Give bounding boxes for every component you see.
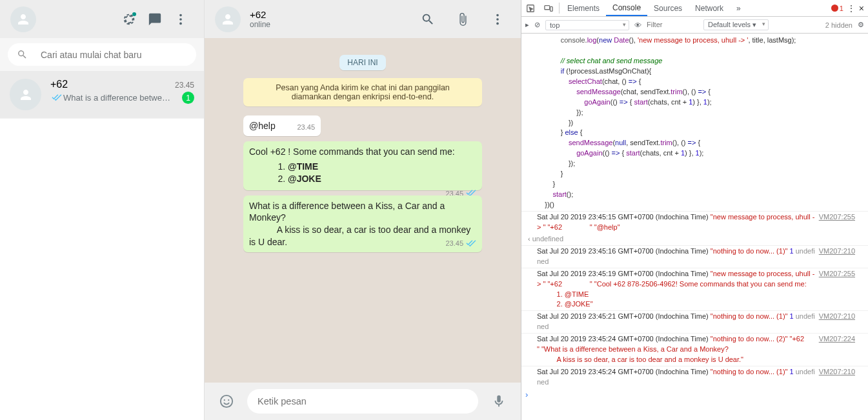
tab-console[interactable]: Console [606, 0, 647, 16]
tab-elements[interactable]: Elements [561, 0, 606, 16]
devtools-tabs: Elements Console Sources Network » 1 ⋮ × [521, 0, 868, 17]
svg-point-3 [496, 14, 499, 16]
self-avatar[interactable] [10, 6, 36, 32]
attach-icon[interactable] [450, 6, 476, 32]
message-text: What is a difference between a Kiss, a C… [249, 201, 473, 248]
contact-avatar [10, 79, 41, 110]
live-expression-icon[interactable]: 👁 [634, 21, 641, 29]
devtools-close-icon[interactable]: × [859, 3, 864, 14]
console-sidebar-icon[interactable]: ▸ [525, 21, 529, 29]
message-outgoing[interactable]: What is a difference between a Kiss, a C… [243, 195, 482, 253]
unread-badge: 1 [182, 92, 194, 104]
hidden-count: 2 hidden [825, 21, 853, 29]
svg-point-6 [221, 395, 232, 407]
chat-menu-icon[interactable] [485, 6, 510, 32]
command-time: @TIME [288, 161, 318, 172]
chat-header: +62 online [205, 0, 521, 38]
tab-more[interactable]: » [730, 0, 747, 16]
chat-list-item[interactable]: +62 23.45 What is a difference betwe… 1 [0, 71, 204, 119]
sidebar-header [0, 0, 204, 38]
date-separator: HARI INI [243, 56, 482, 68]
read-receipt-icon [50, 94, 62, 103]
menu-icon[interactable] [168, 6, 194, 32]
console-output[interactable]: console.log(new Date(), 'new message to … [521, 34, 868, 420]
message-incoming[interactable]: @help 23.45 [243, 115, 321, 136]
chat-panel: +62 online HARI INI Pesan yang Anda kiri… [205, 0, 521, 420]
message-text: Cool +62 ! Some commands that you can se… [249, 146, 455, 157]
chat-list: +62 23.45 What is a difference betwe… 1 [0, 71, 204, 420]
devtools-menu-icon[interactable]: ⋮ [847, 4, 855, 13]
console-log: VM207:210Sat Jul 20 2019 23:45:21 GMT+07… [521, 310, 868, 333]
tab-sources[interactable]: Sources [647, 0, 689, 16]
svg-point-1 [179, 18, 182, 21]
encryption-notice: Pesan yang Anda kirim ke chat ini dan pa… [243, 78, 482, 106]
chat-name: +62 [50, 79, 68, 90]
code-block: console.log(new Date(), 'new message to … [521, 35, 868, 211]
message-input[interactable] [257, 396, 468, 406]
mic-icon[interactable] [486, 388, 512, 414]
console-log: VM207:210Sat Jul 20 2019 23:45:16 GMT+07… [521, 245, 868, 268]
settings-icon[interactable]: ⚙ [858, 21, 864, 29]
chat-status: online [250, 20, 406, 29]
emoji-icon[interactable] [214, 388, 239, 414]
svg-point-0 [179, 14, 182, 16]
message-time: 23.45 [297, 123, 315, 132]
console-log: VM207:255Sat Jul 20 2019 23:45:19 GMT+07… [521, 268, 868, 311]
device-icon[interactable] [540, 0, 558, 16]
chat-header-info[interactable]: +62 online [250, 9, 406, 29]
compose-input-wrap[interactable] [247, 389, 478, 414]
console-undefined: ‹ undefined [521, 234, 868, 245]
read-receipt-icon [465, 239, 476, 248]
devtools-panel: Elements Console Sources Network » 1 ⋮ ×… [521, 0, 868, 420]
new-chat-icon[interactable] [142, 6, 168, 32]
console-toolbar: ▸ ⊘ top 👁 Default levels ▾ 2 hidden ⚙ [521, 17, 868, 34]
status-icon[interactable] [116, 6, 142, 32]
context-selector[interactable]: top [545, 20, 629, 30]
messages-area[interactable]: HARI INI Pesan yang Anda kirim ke chat i… [205, 38, 521, 383]
svg-point-8 [228, 399, 229, 401]
filter-input[interactable] [647, 21, 698, 29]
search-input[interactable] [41, 50, 187, 60]
search-bar [0, 38, 204, 71]
svg-point-5 [496, 22, 499, 25]
clear-console-icon[interactable]: ⊘ [534, 21, 540, 29]
levels-selector[interactable]: Default levels ▾ [703, 19, 769, 30]
message-outgoing[interactable]: Cool +62 ! Some commands that you can se… [243, 141, 482, 190]
message-text: @help [249, 121, 276, 131]
chat-avatar[interactable] [215, 6, 241, 32]
console-log: VM207:210Sat Jul 20 2019 23:45:24 GMT+07… [521, 366, 868, 388]
chat-time: 23.45 [175, 81, 194, 90]
chat-list-panel: +62 23.45 What is a difference betwe… 1 [0, 0, 205, 420]
svg-rect-10 [545, 5, 550, 9]
error-count[interactable]: 1 [831, 5, 843, 12]
chat-preview: What is a difference betwe… [50, 93, 170, 103]
console-log: VM207:224Sat Jul 20 2019 23:45:24 GMT+07… [521, 333, 868, 366]
console-log: VM207:255Sat Jul 20 2019 23:45:15 GMT+07… [521, 211, 868, 234]
compose-bar [205, 383, 521, 420]
chat-title: +62 [250, 9, 406, 20]
console-prompt[interactable]: › [521, 388, 868, 401]
message-time: 23.45 [445, 239, 476, 248]
inspect-icon[interactable] [521, 0, 540, 16]
status-dot [132, 12, 136, 16]
svg-point-7 [224, 399, 225, 401]
search-icon [17, 49, 28, 60]
tab-network[interactable]: Network [689, 0, 730, 16]
search-wrap[interactable] [8, 43, 196, 66]
chat-search-icon[interactable] [415, 6, 441, 32]
command-joke: @JOKE [288, 174, 321, 184]
svg-point-2 [179, 22, 182, 25]
svg-point-4 [496, 18, 499, 21]
svg-rect-11 [550, 6, 553, 11]
